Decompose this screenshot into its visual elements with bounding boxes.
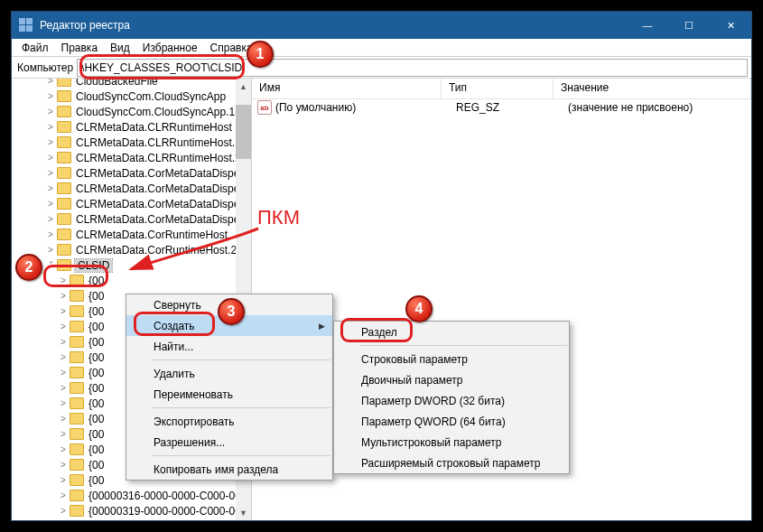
tree-item[interactable]: >CloudSyncCom.CloudSyncApp.1 (12, 104, 251, 119)
menu-item[interactable]: Расширяемый строковый параметр (334, 453, 569, 473)
tree-item-label: {00 (88, 459, 105, 471)
expand-icon[interactable]: > (57, 291, 70, 301)
expand-icon[interactable]: > (44, 79, 57, 86)
folder-icon (57, 167, 71, 179)
folder-icon (70, 428, 84, 440)
menu-item[interactable]: Экспортировать (126, 411, 332, 432)
scroll-thumb[interactable] (236, 105, 251, 159)
tree-item[interactable]: ˅CLSID (12, 257, 251, 273)
tree-item[interactable]: >CLRMetaData.CLRRuntimeHost (12, 119, 251, 135)
tree-item-label: {00000316-0000-0000-C000-00 (88, 490, 242, 502)
tree-item-label: {00 (88, 428, 105, 441)
folder-icon (57, 106, 71, 117)
maximize-button[interactable]: ☐ (668, 12, 710, 39)
folder-icon (70, 397, 84, 409)
list-row[interactable]: ab (По умолчанию) REG_SZ (значение не пр… (252, 99, 751, 116)
tree-item[interactable]: >CloudBackedFile (12, 79, 251, 89)
expand-icon[interactable]: > (57, 506, 70, 516)
expand-icon[interactable]: > (57, 398, 70, 408)
annotation-pkm: ПКМ (257, 206, 300, 229)
value-name: (По умолчанию) (275, 101, 456, 114)
folder-icon (70, 290, 84, 302)
expand-icon[interactable]: > (57, 414, 70, 424)
folder-icon (57, 229, 71, 240)
menu-item[interactable]: Параметр QWORD (64 бита) (334, 411, 569, 432)
expand-icon[interactable]: > (57, 368, 70, 378)
menu-item[interactable]: Переименовать (126, 384, 332, 405)
callout-4: 4 (405, 295, 433, 322)
expand-icon[interactable]: > (57, 490, 70, 500)
expand-icon[interactable]: > (57, 275, 70, 285)
scroll-down-icon[interactable]: ▼ (236, 505, 251, 520)
tree-item[interactable]: >CLRMetaData.CLRRuntimeHost.1 (12, 135, 251, 150)
expand-icon[interactable]: > (44, 199, 57, 209)
tree-item[interactable]: >CLRMetaData.CorMetaDataDispe (12, 211, 251, 227)
registry-editor-window: Редактор реестра — ☐ ✕ Файл Правка Вид И… (11, 11, 752, 521)
tree-item[interactable]: >CloudSyncCom.CloudSyncApp (12, 89, 251, 104)
tree-item[interactable]: >{00 (12, 273, 251, 288)
menu-item[interactable]: Найти... (126, 336, 332, 357)
expand-icon[interactable]: > (57, 429, 70, 439)
address-input[interactable]: \HKEY_CLASSES_ROOT\CLSID (77, 59, 748, 77)
tree-item-label: {00000319-0000-0000-C000-00 (88, 505, 242, 518)
menu-edit[interactable]: Правка (55, 40, 105, 56)
expand-icon[interactable]: ˅ (44, 260, 57, 270)
menu-item[interactable]: Разрешения... (126, 432, 332, 453)
menubar: Файл Правка Вид Избранное Справка (12, 39, 751, 57)
menu-separator (359, 345, 567, 346)
expand-icon[interactable]: > (44, 91, 57, 101)
scroll-up-icon[interactable]: ▲ (236, 79, 251, 94)
expand-icon[interactable]: > (44, 183, 57, 193)
expand-icon[interactable]: > (44, 229, 57, 239)
menu-separator (152, 359, 330, 360)
tree-item[interactable]: >CLRMetaData.CorRuntimeHost.2 (12, 242, 251, 257)
close-button[interactable]: ✕ (710, 12, 751, 39)
menu-view[interactable]: Вид (104, 40, 136, 56)
menu-item[interactable]: Раздел (334, 322, 569, 342)
tree-item-label: CLRMetaData.CorMetaDataDispe (75, 213, 240, 226)
expand-icon[interactable]: > (44, 107, 57, 117)
menu-file[interactable]: Файл (15, 40, 55, 56)
expand-icon[interactable]: > (57, 306, 70, 316)
tree-item[interactable]: >CLRMetaData.CorMetaDataDispe (12, 165, 251, 181)
tree-item[interactable]: >CLRMetaData.CorMetaDataDispe (12, 196, 251, 211)
menu-item[interactable]: Двоичный параметр (334, 369, 569, 390)
expand-icon[interactable]: > (44, 137, 57, 147)
menu-item[interactable]: Удалить (126, 363, 332, 384)
col-value[interactable]: Значение (554, 79, 751, 98)
menu-fav[interactable]: Избранное (136, 40, 204, 56)
minimize-button[interactable]: — (627, 12, 668, 39)
tree-item[interactable]: >CLRMetaData.CLRRuntimeHost.2 (12, 150, 251, 165)
menu-item[interactable]: Мультистроковый параметр (334, 432, 569, 453)
tree-item-label: {00 (88, 367, 105, 379)
expand-icon[interactable]: > (44, 214, 57, 224)
menu-item[interactable]: Строковый параметр (334, 349, 569, 369)
tree-item-label: {00 (88, 336, 105, 349)
expand-icon[interactable]: > (44, 153, 57, 163)
expand-icon[interactable]: > (44, 122, 57, 132)
tree-item[interactable]: >CLRMetaData.CorRuntimeHost (12, 227, 251, 242)
folder-icon (70, 321, 84, 332)
expand-icon[interactable]: > (57, 337, 70, 347)
tree-item-label: CLRMetaData.CorRuntimeHost (75, 229, 228, 241)
tree-item[interactable]: >{00000319-0000-0000-C000-00 (12, 503, 251, 518)
expand-icon[interactable]: > (57, 460, 70, 470)
tree-item-label: CLRMetaData.CorMetaDataDispe (75, 182, 240, 195)
expand-icon[interactable]: > (57, 383, 70, 393)
value-data: (значение не присвоено) (568, 101, 751, 114)
expand-icon[interactable]: > (57, 444, 70, 454)
expand-icon[interactable]: > (57, 352, 70, 362)
tree-item-label: CLRMetaData.CLRRuntimeHost.1 (75, 136, 242, 149)
menu-item[interactable]: Копировать имя раздела (126, 459, 332, 480)
col-name[interactable]: Имя (252, 79, 442, 98)
window-title: Редактор реестра (40, 19, 627, 32)
expand-icon[interactable]: > (57, 322, 70, 331)
tree-item[interactable]: >{00000316-0000-0000-C000-00 (12, 488, 251, 503)
expand-icon[interactable]: > (44, 168, 57, 178)
tree-item[interactable]: >CLRMetaData.CorMetaDataDispe (12, 181, 251, 196)
menu-item[interactable]: Параметр DWORD (32 бита) (334, 390, 569, 411)
expand-icon[interactable]: > (44, 245, 57, 255)
expand-icon[interactable]: > (57, 475, 70, 485)
folder-icon (70, 382, 84, 394)
col-type[interactable]: Тип (442, 79, 554, 98)
